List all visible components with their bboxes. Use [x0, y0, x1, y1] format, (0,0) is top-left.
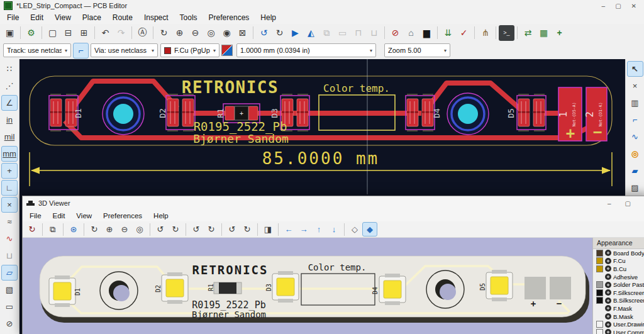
exchange-footprints-button[interactable]: ⇄ [520, 25, 536, 41]
group-button[interactable]: ⧉ [319, 25, 335, 41]
drc-button[interactable]: ✓ [456, 25, 472, 41]
footprint-browser-button[interactable]: ⌂ [403, 25, 419, 41]
curved-ratsnest-toggle[interactable]: ≈ [1, 214, 18, 230]
layer-b-cu[interactable]: B.Cu [593, 265, 644, 273]
zoom-fit-button[interactable]: ◎ [132, 222, 147, 237]
local-ratsnest-tool[interactable]: × [627, 78, 643, 94]
net-color-mode-button[interactable]: ∿ [1, 231, 18, 247]
menu-inspect[interactable]: Inspect [138, 12, 174, 23]
find-button[interactable]: Ⓐ [135, 25, 150, 41]
flip-view-button[interactable]: ▶ [287, 25, 303, 41]
layer-adhesive[interactable]: Adhesive [593, 273, 644, 281]
viewer3d-titlebar[interactable]: 3D Viewer – ▢ [23, 196, 644, 210]
units-mm-button[interactable]: mm [1, 146, 18, 162]
rotate-y-ccw-button[interactable]: ↺ [189, 222, 204, 237]
highlight-net-button[interactable]: ⋔ [477, 25, 493, 41]
redo-button[interactable]: ↷ [113, 25, 129, 41]
tune-length-tool[interactable]: ∿ [627, 129, 643, 145]
menu-file[interactable]: File [24, 211, 47, 221]
layer-f-silkscreen[interactable]: F.Silkscreen [593, 289, 644, 297]
layer-select[interactable]: F.Cu (PgUp) ▾ [160, 43, 219, 57]
menu-help[interactable]: Help [148, 211, 174, 221]
zoom-select[interactable]: Zoom 5.00 ▾ [384, 43, 450, 57]
menu-preferences[interactable]: Preferences [97, 211, 148, 221]
menu-file[interactable]: File [1, 12, 25, 23]
plot-button[interactable]: ⊞ [76, 25, 92, 41]
move-up-button[interactable]: ↑ [311, 222, 326, 237]
layer-b-mask[interactable]: B.Mask [593, 313, 644, 321]
pad-display-mode-button[interactable]: ⊔ [1, 248, 18, 264]
layer-pair-icon[interactable] [221, 45, 233, 56]
scripting-console-button[interactable]: >_ [499, 25, 514, 41]
rotate-y-cw-button[interactable]: ↻ [204, 222, 219, 237]
perspective-view-button[interactable]: ◆ [362, 222, 377, 237]
brand-silkscreen[interactable]: RETRONICS [182, 78, 279, 97]
flip-board-button[interactable]: ◨ [260, 222, 275, 237]
polar-coordinates-toggle[interactable]: ∠ [1, 95, 18, 111]
select-tool[interactable]: ↖ [627, 61, 643, 77]
move-right-button[interactable]: → [296, 222, 311, 237]
menu-preferences[interactable]: Preferences [203, 12, 255, 23]
visibility-eye-icon[interactable] [605, 313, 611, 320]
layer-user-comments[interactable]: User.Comments [593, 328, 644, 334]
mounting-hole-left[interactable] [103, 93, 144, 135]
refresh-view-button[interactable]: ↻ [156, 25, 172, 41]
show-3d-viewer-button[interactable]: ▆ [419, 25, 435, 41]
track-posture-button[interactable]: ⌐ [73, 43, 89, 58]
plugins-button[interactable]: + [552, 25, 567, 41]
show-ratsnest-toggle[interactable]: × [1, 197, 18, 213]
rotate-x-cw-button[interactable]: ↻ [168, 222, 183, 237]
mirror-button[interactable]: ◭ [303, 25, 319, 41]
zone-display-mode-button[interactable]: ▱ [1, 265, 18, 281]
minimize-button[interactable]: – [602, 3, 606, 9]
menu-route[interactable]: Route [107, 12, 138, 23]
cursor-style-toggle[interactable]: + [1, 163, 18, 179]
rotate-ccw-button[interactable]: ↺ [256, 25, 272, 41]
sketch-pads-button[interactable]: ⊘ [1, 316, 18, 331]
lock-button[interactable]: ⊓ [350, 25, 366, 41]
via-size-select[interactable]: Via: use netclass sizes ▾ [91, 43, 158, 57]
track-width-entry-select[interactable]: 1.0000 mm (0.0394 in) ▾ [236, 43, 376, 57]
maximize-button[interactable]: ▢ [625, 200, 631, 207]
menu-view[interactable]: View [49, 12, 77, 23]
visibility-eye-icon[interactable] [605, 274, 611, 280]
close-button[interactable]: ✕ [631, 3, 636, 9]
unlock-button[interactable]: ⊔ [366, 25, 382, 41]
layer-board-body[interactable]: Board Body [593, 249, 644, 257]
rotate-x-ccw-button[interactable]: ↺ [153, 222, 168, 237]
minimize-button[interactable]: – [608, 200, 611, 207]
pcb-titlebar[interactable]: *LED_Strip_Compact — PCB Editor – ▢ ✕ [0, 0, 644, 11]
menu-tools[interactable]: Tools [174, 12, 203, 23]
menu-help[interactable]: Help [255, 12, 282, 23]
menu-edit[interactable]: Edit [25, 12, 49, 23]
zoom-fit-page-button[interactable]: ◎ [203, 25, 219, 41]
menu-view[interactable]: View [70, 211, 97, 221]
zoom-in-button[interactable]: ⊕ [172, 25, 187, 41]
zoom-selection-button[interactable]: ⊠ [235, 25, 250, 41]
rotate-z-cw-button[interactable]: ↻ [240, 222, 255, 237]
viewport-3d[interactable]: D1 D2 R1 D3 D4 D5 RETRONICS Color temp. … [23, 238, 592, 334]
update-pcb-from-schematic-button[interactable]: ⇊ [440, 25, 456, 41]
mounting-hole-right[interactable] [447, 93, 489, 135]
visibility-eye-icon[interactable] [605, 282, 611, 288]
layer-user-drawings[interactable]: User.Drawings [593, 320, 644, 328]
orthographic-view-button[interactable]: ◇ [347, 222, 362, 237]
add-rule-area-tool[interactable]: ▨ [627, 180, 643, 196]
zoom-out-button[interactable]: ⊖ [117, 222, 132, 237]
track-width-select[interactable]: Track: use netclass width ▾ [3, 43, 71, 57]
redraw-button[interactable]: ↻ [87, 222, 102, 237]
add-via-tool[interactable]: ◎ [627, 146, 643, 162]
undo-button[interactable]: ↶ [97, 25, 113, 41]
ungroup-button[interactable]: ▭ [335, 25, 350, 41]
units-inches-button[interactable]: in [1, 112, 18, 128]
visibility-eye-icon[interactable] [605, 321, 611, 328]
copy-image-button[interactable]: ⧉ [45, 222, 60, 237]
grid-visibility-toggle[interactable]: ∷ [1, 61, 18, 77]
layer-f-mask[interactable]: F.Mask [593, 304, 644, 313]
menu-edit[interactable]: Edit [47, 211, 71, 221]
zone-clearance-mode-button[interactable]: ▧ [1, 282, 18, 298]
menu-place[interactable]: Place [77, 12, 107, 23]
zoom-fit-objects-button[interactable]: ◉ [219, 25, 235, 41]
visibility-eye-icon[interactable] [605, 265, 611, 272]
grid-overrides-toggle[interactable]: ⋰ [1, 78, 18, 94]
